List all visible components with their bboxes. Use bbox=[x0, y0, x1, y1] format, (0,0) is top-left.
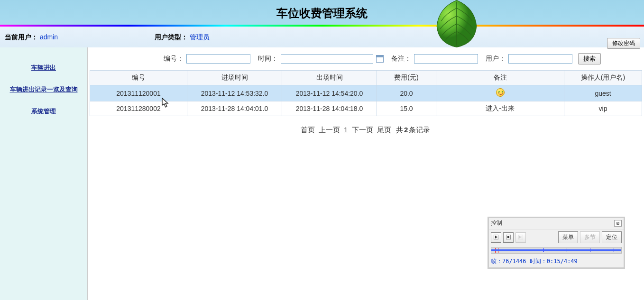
cell-note: 进入-出来 bbox=[436, 101, 564, 116]
cell-id: 201311120001 bbox=[90, 85, 187, 101]
cell-fee: 15.0 bbox=[377, 101, 436, 116]
search-id-input[interactable] bbox=[186, 54, 250, 64]
search-button[interactable]: 搜索 bbox=[578, 53, 601, 64]
current-user-value: admin bbox=[40, 33, 58, 41]
page-prev-link[interactable]: 上一页 bbox=[319, 126, 340, 134]
control-status: 帧：76/1446 时间：0:15/4:49 bbox=[489, 256, 624, 267]
user-type-label: 用户类型： bbox=[155, 33, 188, 41]
col-header-note: 备注 bbox=[436, 71, 564, 85]
control-title: 控制 bbox=[491, 219, 502, 227]
cell-user: guest bbox=[564, 85, 642, 101]
cell-id: 201311280002 bbox=[90, 101, 187, 116]
leaf-icon bbox=[431, 0, 483, 50]
skip-button bbox=[515, 232, 526, 243]
search-bar: 编号： 时间： 备注： 用户： 搜索 bbox=[88, 47, 644, 70]
page-current: 1 bbox=[344, 126, 348, 134]
cell-fee: 20.0 bbox=[377, 85, 436, 101]
multi-section-button: 多节 bbox=[580, 231, 600, 243]
control-panel: 控制 ⊠ 菜单 多节 定位 帧：76/1446 时间：0:15/4:49 bbox=[488, 217, 625, 269]
search-user-label: 用户： bbox=[486, 55, 506, 63]
col-header-out-time: 出场时间 bbox=[282, 71, 377, 85]
app-title: 车位收费管理系统 bbox=[276, 7, 368, 19]
change-password-button[interactable]: 修改密码 bbox=[607, 38, 640, 49]
page-total: 共2条记录 bbox=[395, 126, 431, 134]
table-row[interactable]: 201311120001 2013-11-12 14:53:32.0 2013-… bbox=[90, 85, 642, 101]
cell-out-time: 2013-11-28 14:04:18.0 bbox=[282, 101, 377, 116]
sidebar: 车辆进出 车辆进出记录一览及查询 系统管理 bbox=[0, 47, 88, 300]
play-button[interactable] bbox=[491, 232, 501, 243]
sidebar-item-records-query[interactable]: 车辆进出记录一览及查询 bbox=[0, 79, 87, 101]
cell-out-time: 2013-11-12 14:54:20.0 bbox=[282, 85, 377, 101]
sidebar-item-vehicle-inout[interactable]: 车辆进出 bbox=[0, 57, 87, 79]
search-time-label: 时间： bbox=[258, 55, 278, 63]
search-note-label: 备注： bbox=[391, 55, 411, 63]
control-header: 控制 ⊠ bbox=[489, 218, 624, 229]
pagination: 首页 上一页 1 下一页 尾页 共2条记录 bbox=[88, 116, 644, 144]
calendar-icon[interactable] bbox=[376, 55, 384, 63]
svg-rect-2 bbox=[507, 236, 509, 238]
cell-user: vip bbox=[564, 101, 642, 116]
search-time-input[interactable] bbox=[281, 54, 373, 64]
sidebar-item-system-manage[interactable]: 系统管理 bbox=[0, 101, 87, 122]
cell-in-time: 2013-11-28 14:04:01.0 bbox=[187, 101, 282, 116]
col-header-id: 编号 bbox=[90, 71, 187, 85]
page-next-link[interactable]: 下一页 bbox=[352, 126, 373, 134]
search-id-label: 编号： bbox=[164, 55, 184, 63]
records-table: 编号 进场时间 出场时间 费用(元) 备注 操作人(用户名) 201311120… bbox=[90, 70, 642, 116]
search-user-input[interactable] bbox=[508, 54, 572, 64]
col-header-in-time: 进场时间 bbox=[187, 71, 282, 85]
current-user-label: 当前用户： bbox=[5, 33, 38, 41]
page-last-link[interactable]: 尾页 bbox=[377, 126, 391, 134]
search-note-input[interactable] bbox=[414, 54, 478, 64]
header-banner: 车位收费管理系统 bbox=[0, 0, 644, 27]
user-type-value: 管理员 bbox=[190, 33, 210, 41]
cell-in-time: 2013-11-12 14:53:32.0 bbox=[187, 85, 282, 101]
col-header-user: 操作人(用户名) bbox=[564, 71, 642, 85]
menu-button[interactable]: 菜单 bbox=[558, 231, 578, 243]
table-header-row: 编号 进场时间 出场时间 费用(元) 备注 操作人(用户名) bbox=[90, 71, 642, 85]
smiley-icon bbox=[496, 88, 505, 97]
stop-button[interactable] bbox=[503, 232, 514, 243]
control-buttons: 菜单 多节 定位 bbox=[489, 229, 624, 245]
col-header-fee: 费用(元) bbox=[377, 71, 436, 85]
locate-button[interactable]: 定位 bbox=[602, 231, 622, 243]
page-first-link[interactable]: 首页 bbox=[301, 126, 315, 134]
table-row[interactable]: 201311280002 2013-11-28 14:04:01.0 2013-… bbox=[90, 101, 642, 116]
user-info-bar: 当前用户： admin 用户类型： 管理员 修改密码 bbox=[0, 27, 644, 47]
control-close-button[interactable]: ⊠ bbox=[614, 220, 622, 227]
cell-note bbox=[436, 85, 564, 101]
progress-track[interactable] bbox=[491, 247, 622, 254]
